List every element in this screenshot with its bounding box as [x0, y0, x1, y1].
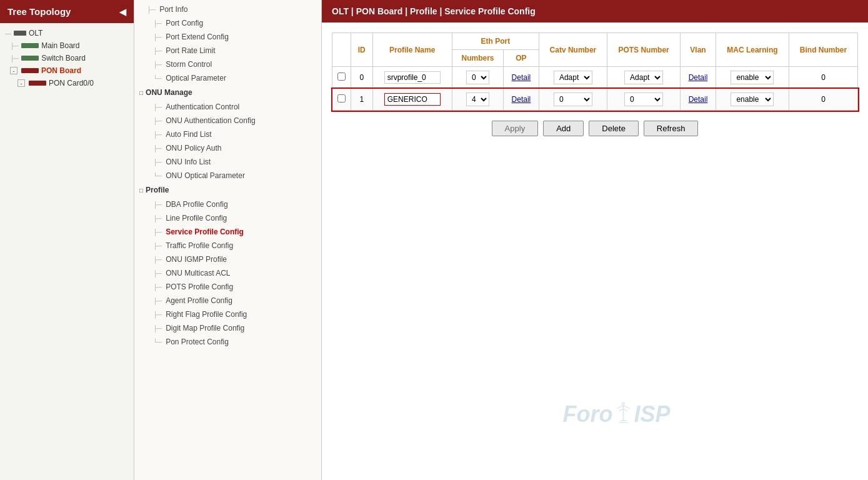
watermark-text2: ISP — [634, 401, 670, 428]
mid-item-line-profile[interactable]: Line Profile Config — [134, 211, 321, 225]
mid-item-digit-map[interactable]: Digit Map Profile Config — [134, 321, 321, 335]
breadcrumb: OLT | PON Board | Profile | Service Prof… — [322, 0, 868, 22]
mid-item-onu-multicast[interactable]: ONU Multicast ACL — [134, 266, 321, 280]
profile-header[interactable]: □ Profile — [134, 182, 321, 198]
mid-item-storm-control[interactable]: Storm Control — [134, 58, 321, 71]
th-profile-name: Profile Name — [372, 33, 452, 67]
row0-catv-select[interactable]: Adapt012 — [554, 71, 592, 84]
th-numbers: Numbers — [452, 50, 503, 67]
sidebar-item-olt[interactable]: — OLT — [0, 27, 134, 39]
onu-optical-label: ONU Optical Parameter — [166, 171, 245, 180]
row1-detail-link[interactable]: Detail — [512, 95, 531, 104]
switch-board-label: Switch Board — [41, 54, 86, 62]
row0-bind-number: 0 — [789, 67, 857, 89]
row0-mac-learning: enabledisable — [716, 67, 789, 89]
digit-map-label: Digit Map Profile Config — [166, 324, 244, 332]
service-profile-table: ID Profile Name Eth Port Catv Number POT… — [332, 32, 858, 111]
mid-item-port-extend-config[interactable]: Port Extend Config — [134, 30, 321, 44]
row1-numbers: 01248 — [452, 89, 503, 111]
service-profile-label: Service Profile Config — [166, 228, 244, 236]
watermark-antenna-icon — [614, 399, 632, 430]
traffic-profile-label: Traffic Profile Config — [166, 241, 233, 250]
button-row: Apply Add Delete Refresh — [332, 121, 858, 136]
mid-item-onu-info-list[interactable]: ONU Info List — [134, 155, 321, 169]
sidebar-item-switch-board[interactable]: ├─ Switch Board — [0, 52, 134, 64]
svg-point-0 — [621, 402, 625, 406]
row0-numbers-select[interactable]: 01248 — [466, 71, 489, 84]
content-area: ID Profile Name Eth Port Catv Number POT… — [322, 22, 868, 480]
mid-item-auth-control[interactable]: Authentication Control — [134, 100, 321, 114]
mid-item-onu-auth-config[interactable]: ONU Authentication Config — [134, 114, 321, 128]
mid-item-onu-policy-auth[interactable]: ONU Policy Auth — [134, 141, 321, 155]
olt-label: OLT — [29, 29, 42, 38]
row0-pots-select[interactable]: Adapt012 — [624, 71, 663, 84]
main-board-icon — [21, 43, 39, 48]
row0-op: Detail — [504, 67, 539, 89]
row1-bind-number: 0 — [789, 89, 857, 111]
mid-item-agent-profile[interactable]: Agent Profile Config — [134, 294, 321, 308]
row1-catv-select[interactable]: Adapt012 — [554, 92, 592, 106]
refresh-button[interactable]: Refresh — [644, 121, 699, 136]
switch-board-icon — [21, 56, 39, 61]
row0-numbers: 01248 — [452, 67, 503, 89]
row0-id: 0 — [351, 67, 373, 89]
right-flag-label: Right Flag Profile Config — [166, 310, 247, 319]
pon-card-expand[interactable]: - — [17, 79, 25, 87]
mid-item-service-profile[interactable]: Service Profile Config — [134, 225, 321, 239]
mid-item-auto-find-list[interactable]: Auto Find List — [134, 128, 321, 141]
sidebar-item-pon-card[interactable]: - PON Card0/0 — [0, 77, 134, 89]
row0-vlan-detail-link[interactable]: Detail — [689, 73, 708, 82]
row0-checkbox[interactable] — [337, 72, 346, 81]
watermark-text1: Foro — [562, 401, 612, 428]
mid-item-dba-profile[interactable]: DBA Profile Config — [134, 198, 321, 211]
onu-manage-expand-icon: □ — [139, 89, 143, 96]
row1-pots-select[interactable]: Adapt012 — [624, 92, 663, 106]
mid-item-optical-parameter[interactable]: Optical Parameter — [134, 71, 321, 85]
row0-detail-link[interactable]: Detail — [512, 73, 531, 82]
row0-mac-select[interactable]: enabledisable — [731, 71, 774, 84]
mid-item-port-info[interactable]: Port Info — [134, 2, 321, 16]
mid-item-onu-igmp[interactable]: ONU IGMP Profile — [134, 252, 321, 266]
sidebar-header[interactable]: Tree Topology ◀ — [0, 0, 134, 23]
pon-card-icon — [29, 81, 46, 86]
mid-item-pots-profile[interactable]: POTS Profile Config — [134, 280, 321, 294]
row1-checkbox[interactable] — [337, 94, 346, 102]
onu-manage-header[interactable]: □ ONU Manage — [134, 85, 321, 100]
apply-button[interactable]: Apply — [492, 121, 539, 136]
table-row-selected: 1 01248 Detail Adapt012 — [332, 89, 858, 111]
row1-profile-name-input[interactable] — [384, 93, 441, 106]
row0-profile-name — [372, 67, 452, 89]
row1-mac-select[interactable]: enabledisable — [731, 92, 774, 106]
delete-button[interactable]: Delete — [589, 121, 639, 136]
row1-numbers-select[interactable]: 01248 — [466, 92, 489, 106]
row1-catv: Adapt012 — [539, 89, 607, 111]
olt-icon — [14, 31, 26, 36]
row1-vlan-detail-link[interactable]: Detail — [689, 95, 708, 104]
sidebar-item-main-board[interactable]: ├─ Main Board — [0, 39, 134, 52]
port-rate-limit-label: Port Rate Limit — [166, 46, 215, 55]
th-id: ID — [351, 33, 373, 67]
th-bind-number: Bind Number — [789, 33, 857, 67]
row0-profile-name-input[interactable] — [384, 71, 441, 84]
pon-board-expand[interactable]: - — [10, 67, 17, 74]
sidebar-tree: — OLT ├─ Main Board ├─ Switch Board - PO… — [0, 23, 134, 480]
onu-info-list-label: ONU Info List — [166, 158, 211, 166]
row1-mac-learning: enabledisable — [716, 89, 789, 111]
add-button[interactable]: Add — [543, 121, 584, 136]
group-onu-manage: □ ONU Manage Authentication Control ONU … — [134, 85, 321, 182]
onu-multicast-label: ONU Multicast ACL — [166, 269, 230, 278]
mid-item-pon-protect[interactable]: Pon Protect Config — [134, 335, 321, 349]
port-config-label: Port Config — [166, 19, 203, 28]
mid-item-port-config[interactable]: Port Config — [134, 16, 321, 30]
row0-checkbox-cell — [332, 67, 351, 89]
mid-item-traffic-profile[interactable]: Traffic Profile Config — [134, 239, 321, 252]
sidebar-arrow-icon[interactable]: ◀ — [119, 7, 126, 17]
th-mac-learning: MAC Learning — [716, 33, 789, 67]
mid-item-onu-optical[interactable]: ONU Optical Parameter — [134, 169, 321, 182]
mid-item-port-rate-limit[interactable]: Port Rate Limit — [134, 44, 321, 58]
dba-profile-label: DBA Profile Config — [166, 200, 227, 209]
sidebar-item-pon-board[interactable]: - PON Board — [0, 64, 134, 77]
auth-control-label: Authentication Control — [166, 102, 239, 111]
mid-item-right-flag[interactable]: Right Flag Profile Config — [134, 308, 321, 321]
group-port-info: Port Info Port Config Port Extend Config… — [134, 2, 321, 85]
